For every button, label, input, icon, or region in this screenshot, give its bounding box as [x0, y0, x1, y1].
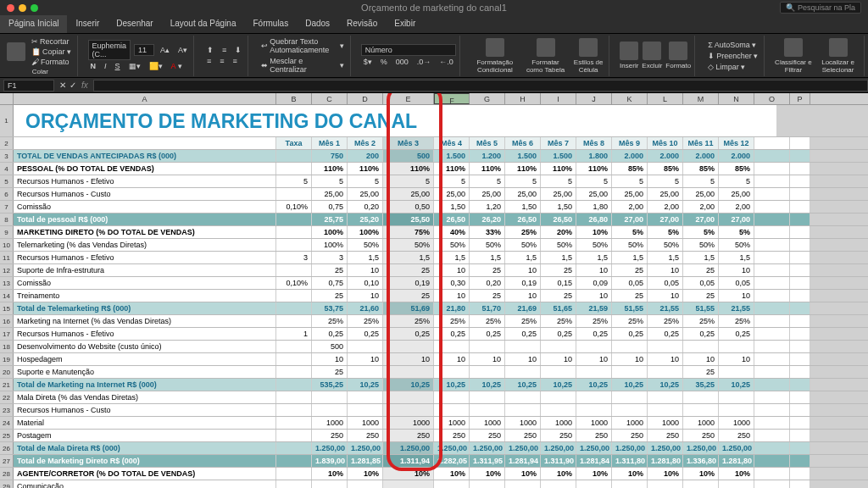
- cell[interactable]: 1000: [576, 417, 612, 429]
- cell[interactable]: 25: [612, 290, 648, 302]
- cell[interactable]: [683, 480, 719, 488]
- cell[interactable]: 0,75: [312, 201, 348, 213]
- cell[interactable]: [276, 391, 312, 403]
- cell[interactable]: 25%: [505, 226, 541, 238]
- cell[interactable]: [790, 404, 810, 416]
- cell[interactable]: [754, 468, 790, 480]
- cell[interactable]: [754, 404, 790, 416]
- cell[interactable]: 10,25: [576, 379, 612, 391]
- cell[interactable]: [719, 480, 754, 488]
- col-header-I[interactable]: I: [541, 93, 576, 104]
- cell[interactable]: 51,69: [383, 302, 434, 314]
- row-header[interactable]: 6: [0, 188, 14, 200]
- cell[interactable]: [276, 455, 312, 467]
- cell[interactable]: [790, 290, 810, 302]
- increase-decimal-button[interactable]: .0→: [415, 57, 434, 67]
- cell[interactable]: [754, 328, 790, 340]
- cell[interactable]: 25,00: [470, 188, 505, 200]
- cell[interactable]: 250: [348, 430, 383, 441]
- sort-filter-icon[interactable]: [784, 38, 803, 57]
- tab-inserir[interactable]: Inserir: [67, 15, 108, 33]
- cell[interactable]: 1.500: [541, 150, 576, 162]
- cell[interactable]: [576, 480, 612, 488]
- cell[interactable]: 1.250,00: [576, 442, 612, 454]
- fill-color-button[interactable]: 🟨▾: [147, 61, 165, 71]
- comma-button[interactable]: 000: [393, 57, 411, 67]
- col-header-F[interactable]: F: [434, 93, 470, 104]
- cell[interactable]: [790, 214, 810, 225]
- cell[interactable]: [790, 150, 810, 162]
- cell[interactable]: [790, 379, 810, 391]
- cell[interactable]: 25: [541, 264, 576, 276]
- cell[interactable]: 10,25: [434, 379, 470, 391]
- cell[interactable]: 250: [719, 430, 754, 441]
- cell[interactable]: 2,00: [683, 201, 719, 213]
- cell[interactable]: 0,05: [612, 277, 648, 289]
- cell[interactable]: MARKETING DIRETO (% DO TOTAL DE VENDAS): [14, 226, 276, 238]
- row-header[interactable]: 11: [0, 252, 14, 263]
- cell[interactable]: Mês 9: [612, 137, 648, 149]
- cell[interactable]: 110%: [348, 163, 383, 175]
- cell[interactable]: 1.282,05: [434, 455, 470, 467]
- row-header[interactable]: 23: [0, 404, 14, 416]
- cell[interactable]: 1.311,90: [541, 455, 576, 467]
- row-header[interactable]: 10: [0, 239, 14, 251]
- cell[interactable]: 51,70: [470, 302, 505, 314]
- cell[interactable]: [312, 480, 348, 488]
- cell[interactable]: 1.311,95: [470, 455, 505, 467]
- cell[interactable]: Mala Direta (% das Vendas Diretas): [14, 391, 276, 403]
- cell[interactable]: 10%: [383, 468, 434, 480]
- cell[interactable]: [276, 214, 312, 225]
- cell[interactable]: 1000: [383, 417, 434, 429]
- cell[interactable]: 10: [719, 264, 754, 276]
- cell[interactable]: [648, 480, 683, 488]
- row-header[interactable]: 19: [0, 353, 14, 365]
- merge-center-button[interactable]: ⬌ Mesclar e Centralizar ▾: [259, 56, 346, 75]
- cell[interactable]: [434, 341, 470, 352]
- cell[interactable]: 1.800: [576, 150, 612, 162]
- cell[interactable]: 25,00: [505, 188, 541, 200]
- cell[interactable]: [790, 391, 810, 403]
- cell[interactable]: 5%: [719, 226, 754, 238]
- cell[interactable]: [612, 366, 648, 378]
- cell[interactable]: 5: [576, 175, 612, 187]
- cell[interactable]: 1,5: [612, 252, 648, 263]
- cell[interactable]: 0,25: [719, 328, 754, 340]
- cell[interactable]: 1.250,00: [541, 442, 576, 454]
- cell[interactable]: [276, 430, 312, 441]
- cell[interactable]: 110%: [434, 163, 470, 175]
- cell[interactable]: [754, 302, 790, 314]
- cell-styles-icon[interactable]: [579, 38, 598, 57]
- cell[interactable]: 110%: [505, 163, 541, 175]
- cell[interactable]: 10,25: [470, 379, 505, 391]
- cell[interactable]: Desenvolvimento do Website (custo único): [14, 341, 276, 352]
- confirm-icon[interactable]: ✓: [70, 80, 76, 90]
- cell[interactable]: 10: [648, 290, 683, 302]
- cell[interactable]: 0,19: [383, 277, 434, 289]
- cell[interactable]: 10: [683, 353, 719, 365]
- cell[interactable]: [612, 391, 648, 403]
- cell[interactable]: 25,00: [541, 188, 576, 200]
- cell[interactable]: 100%: [348, 226, 383, 238]
- cell[interactable]: 25,00: [683, 188, 719, 200]
- maximize-icon[interactable]: [31, 4, 38, 12]
- col-header-D[interactable]: D: [348, 93, 383, 104]
- cell[interactable]: 10: [505, 290, 541, 302]
- row-header[interactable]: 5: [0, 175, 14, 187]
- wrap-text-button[interactable]: ↩ Quebrar Texto Automaticamente ▾: [259, 36, 346, 55]
- cell[interactable]: [348, 341, 383, 352]
- cell[interactable]: [612, 341, 648, 352]
- cell[interactable]: 21,60: [348, 302, 383, 314]
- cell[interactable]: [754, 188, 790, 200]
- cell[interactable]: 26,50: [505, 214, 541, 225]
- autosum-button[interactable]: Σ AutoSoma▾: [705, 40, 760, 50]
- cell[interactable]: [612, 404, 648, 416]
- cell[interactable]: 25%: [576, 315, 612, 327]
- cell[interactable]: Hospedagem: [14, 353, 276, 365]
- cell[interactable]: 10%: [576, 226, 612, 238]
- cell[interactable]: 25: [541, 290, 576, 302]
- cell[interactable]: 10%: [312, 468, 348, 480]
- row-header[interactable]: 15: [0, 302, 14, 314]
- col-header-K[interactable]: K: [612, 93, 648, 104]
- cell[interactable]: [683, 391, 719, 403]
